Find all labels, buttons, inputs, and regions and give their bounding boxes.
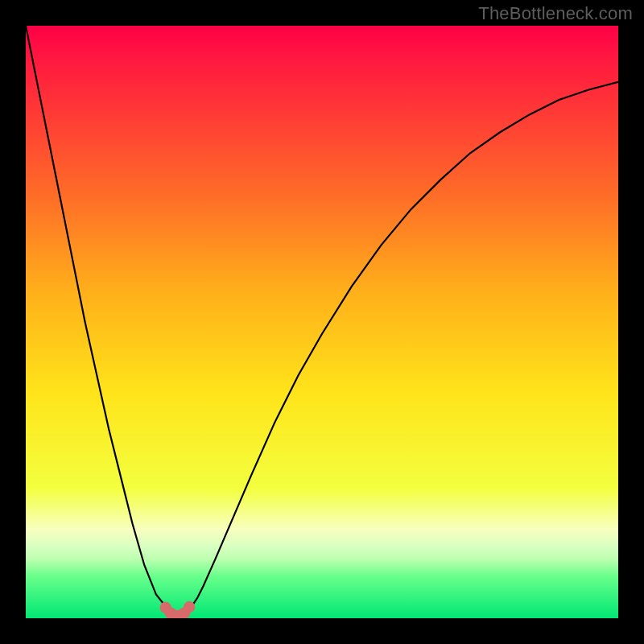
curve-marker bbox=[184, 601, 195, 613]
plot-area bbox=[26, 26, 618, 618]
watermark-text: TheBottleneck.com bbox=[478, 3, 633, 24]
curve-bottom-markers bbox=[160, 601, 196, 618]
bottleneck-curve-layer bbox=[26, 26, 618, 618]
bottleneck-curve bbox=[26, 26, 618, 617]
chart-frame: TheBottleneck.com bbox=[0, 0, 644, 644]
